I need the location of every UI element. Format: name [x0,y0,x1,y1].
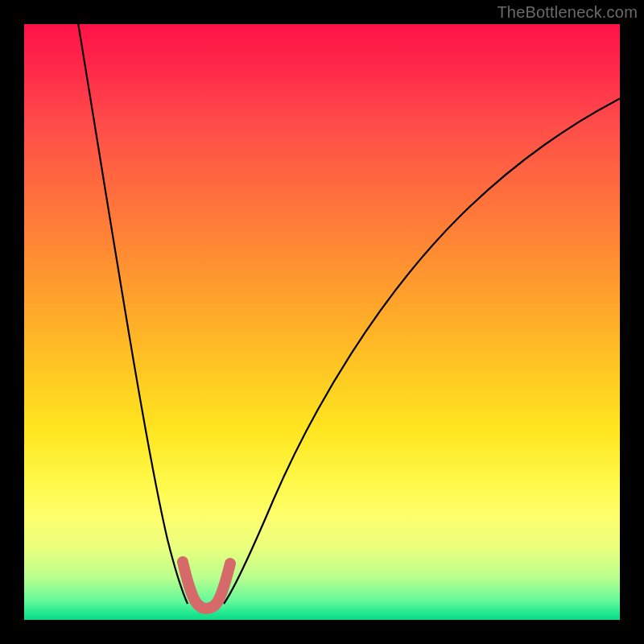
chart-frame [24,24,620,620]
watermark-text: TheBottleneck.com [497,3,638,22]
curve-valley-highlight [183,562,230,609]
chart-svg [24,24,620,620]
curve-right-ascent [224,97,620,604]
curve-left-descent [76,24,188,604]
